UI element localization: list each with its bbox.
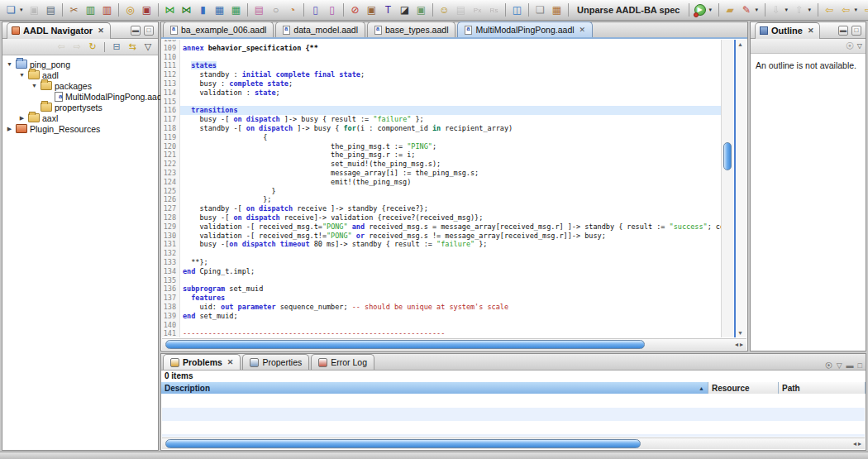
outline-sort-icon[interactable]: ⦿: [846, 41, 854, 50]
palette-icon[interactable]: ◔: [284, 2, 300, 18]
rs-icon[interactable]: Rs: [486, 2, 502, 18]
print-button[interactable]: ▤: [43, 2, 59, 18]
table-green-icon[interactable]: ▦: [228, 2, 244, 18]
code-line-122[interactable]: 122 set_muid!(the_ping_msg.s);: [162, 160, 721, 169]
editor-tab-MultiModalPingPong-aadl[interactable]: MultiModalPingPong.aadl✕: [457, 22, 593, 37]
printer2-icon[interactable]: ▤: [453, 2, 469, 18]
tree-item-ping-pong[interactable]: ▼ping_pong: [2, 59, 158, 69]
nav-forward-icon[interactable]: ⇨: [70, 41, 83, 54]
code-line-112[interactable]: 112 standby : initial complete final sta…: [162, 70, 721, 79]
import-model-icon[interactable]: ▣: [364, 2, 379, 18]
new-wizard-button[interactable]: ❏: [3, 2, 19, 18]
code-line-117[interactable]: 117 busy -[ on dispatch ]-> busy { resul…: [162, 115, 721, 124]
smiley-icon[interactable]: ☺: [436, 2, 452, 18]
last-edit-down-icon-dropdown-icon[interactable]: ▾: [785, 7, 791, 13]
run-button-dropdown-icon[interactable]: ▾: [709, 7, 715, 13]
code-line-140[interactable]: 140: [162, 321, 721, 330]
code-line-128[interactable]: 128 busy -[ on dispatch receive]-> valid…: [162, 213, 721, 222]
tree-item-aaxl[interactable]: ▶aaxl: [2, 112, 158, 123]
column-header-path[interactable]: Path: [779, 382, 866, 394]
unparse-aadl-ba-spec-button[interactable]: Unparse AADL-BA spec: [572, 5, 685, 15]
outline-minimize-button[interactable]: ▬: [838, 26, 848, 36]
contrast-icon[interactable]: ◪: [397, 2, 413, 18]
forward-button[interactable]: ⇨: [861, 2, 868, 18]
problems-maximize-button[interactable]: □: [858, 361, 862, 370]
code-area[interactable]: 108109annex behavior_specification {**11…: [162, 40, 721, 337]
code-line-109[interactable]: 109annex behavior_specification {**: [162, 44, 721, 53]
outline-menu-icon[interactable]: ▽: [857, 42, 862, 50]
code-line-130[interactable]: 130 validation -[ received_msg.t!="PONG"…: [162, 232, 721, 241]
package-icon[interactable]: ▦: [549, 2, 565, 18]
tree-item-multimodalpingpong-aadl[interactable]: MultiModalPingPong.aadl: [2, 91, 158, 102]
code-line-115[interactable]: 115: [162, 98, 721, 107]
code-line-110[interactable]: 110: [162, 53, 721, 62]
scroll-up-icon[interactable]: ▲: [737, 41, 743, 47]
circle-icon[interactable]: ○: [268, 2, 284, 18]
tree-item-packages[interactable]: ▼packages: [2, 80, 158, 91]
doc-p2-icon[interactable]: ▯: [324, 2, 340, 18]
navigator-close-icon[interactable]: ✕: [96, 26, 104, 35]
code-line-137[interactable]: 137 features: [162, 294, 721, 303]
ring-icon[interactable]: ◎: [122, 2, 138, 18]
back-button-dropdown-icon[interactable]: ▾: [855, 7, 861, 13]
typography-icon[interactable]: T: [380, 2, 396, 18]
marker-icon-dropdown-icon[interactable]: ▾: [756, 7, 761, 13]
battery-icon[interactable]: ▮: [195, 2, 211, 18]
code-line-126[interactable]: 126 };: [162, 195, 721, 204]
tab-close-icon[interactable]: ✕: [578, 26, 586, 34]
table-blue-icon[interactable]: ▦: [212, 2, 227, 18]
tree-expander-icon[interactable]: ▼: [6, 61, 13, 67]
code-line-124[interactable]: 124 emit!(the_ping_msg): [162, 178, 721, 187]
code-line-141[interactable]: 141-------------------------------------…: [162, 329, 721, 337]
editor-tab-ba_example_006-aadl[interactable]: ba_example_006.aadl: [163, 22, 274, 37]
outline-close-icon[interactable]: ✕: [806, 26, 814, 35]
column-header-description[interactable]: Description▲: [161, 382, 708, 394]
outline-title-tab[interactable]: Outline ✕: [755, 22, 820, 39]
tab-close-icon[interactable]: ✕: [226, 358, 234, 366]
sync-merge-icon[interactable]: ⋈: [162, 2, 178, 18]
unparse-tool-icon[interactable]: ✂: [66, 2, 82, 18]
new-wizard-button-dropdown-icon[interactable]: ▾: [20, 7, 26, 13]
open-folder-icon[interactable]: ▰: [723, 2, 738, 18]
tree-item-propertysets[interactable]: propertysets: [2, 102, 158, 112]
problems-menu-icon[interactable]: ⦿: [825, 361, 832, 370]
problems-minimize-button[interactable]: ▬: [847, 361, 854, 370]
code-line-116[interactable]: 116 transitions: [162, 106, 721, 115]
problems-hscroll-thumb[interactable]: [165, 439, 641, 448]
code-line-127[interactable]: 127 standby -[ on dispatch receive ]-> s…: [162, 204, 721, 213]
new-window-icon[interactable]: ❏: [532, 2, 548, 18]
last-edit-down-icon[interactable]: ⇩: [769, 2, 785, 18]
editor-body[interactable]: 108109annex behavior_specification {**11…: [162, 40, 746, 337]
doc-p1-icon[interactable]: ▯: [308, 2, 323, 18]
last-edit-up-icon-dropdown-icon[interactable]: ▾: [808, 7, 814, 13]
back-to-last-icon[interactable]: ⇦: [822, 2, 837, 18]
code-line-120[interactable]: 120 the_ping_msg.t := "PING";: [162, 142, 721, 151]
navigator-title-tab[interactable]: AADL Navigator ✕: [7, 22, 111, 39]
outline-maximize-button[interactable]: □: [851, 26, 861, 36]
problems-view-menu-icon[interactable]: ▽: [837, 361, 842, 370]
marker-icon[interactable]: ✎: [739, 2, 755, 18]
view-menu-icon[interactable]: ▽: [141, 41, 155, 54]
editor-tab-base_types-aadl[interactable]: base_types.aadl: [367, 22, 455, 37]
px-icon[interactable]: Px: [470, 2, 485, 18]
code-line-121[interactable]: 121 the_ping_msg.r := i;: [162, 151, 721, 160]
tree-item-plugin-resources[interactable]: ▶Plugin_Resources: [2, 123, 158, 134]
code-line-132[interactable]: 132: [162, 249, 721, 258]
tree-expander-icon[interactable]: ▶: [6, 126, 13, 132]
vscroll-thumb[interactable]: [723, 142, 732, 170]
pink-doc-icon[interactable]: ▤: [251, 2, 267, 18]
code-line-138[interactable]: 138 uid: out parameter sequence_number; …: [162, 303, 721, 312]
code-line-114[interactable]: 114 validation : state;: [162, 88, 721, 98]
code-line-134[interactable]: 134end Cping_t.impl;: [162, 267, 721, 276]
nav-up-icon[interactable]: ↻: [86, 41, 99, 54]
tree-item-aadl[interactable]: ▼aadl: [2, 69, 158, 80]
editor-horizontal-scrollbar[interactable]: ◂▸: [162, 338, 746, 350]
open-import-icon[interactable]: ◫: [509, 2, 525, 18]
tree-expander-icon[interactable]: ▼: [31, 83, 38, 88]
nav-back-icon[interactable]: ⇦: [55, 41, 68, 54]
code-line-135[interactable]: 135: [162, 276, 721, 285]
scroll-down-icon[interactable]: ▼: [737, 330, 743, 336]
code-line-113[interactable]: 113 busy : complete state;: [162, 79, 721, 88]
editor-vertical-scrollbar[interactable]: [721, 40, 733, 337]
code-line-123[interactable]: 123 message_array[i] := the_ping_msg.s;: [162, 169, 721, 178]
